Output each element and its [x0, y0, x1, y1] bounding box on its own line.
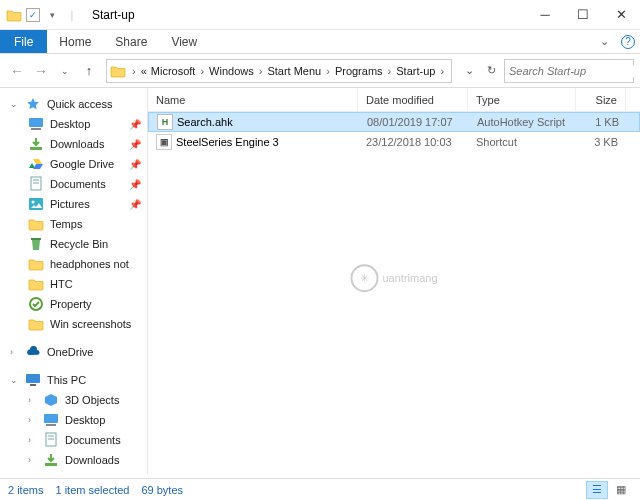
sidebar-quick-access[interactable]: ⌄ Quick access — [0, 94, 147, 114]
sidebar-item[interactable]: Documents📌 — [0, 174, 147, 194]
watermark-icon: ✳ — [350, 264, 378, 292]
file-icon: ▣ — [156, 134, 172, 150]
column-type[interactable]: Type — [468, 88, 576, 111]
sidebar-this-pc[interactable]: ⌄ This PC — [0, 370, 147, 390]
file-row[interactable]: ▣SteelSeries Engine 323/12/2018 10:03Sho… — [148, 132, 640, 152]
chevron-right-icon[interactable]: › — [28, 395, 37, 405]
chevron-down-icon[interactable]: ⌄ — [10, 99, 19, 109]
sidebar-item[interactable]: Win screenshots — [0, 314, 147, 334]
sidebar-item-label: Desktop — [65, 414, 105, 426]
file-row[interactable]: HSearch.ahk08/01/2019 17:07AutoHotkey Sc… — [148, 112, 640, 132]
documents-icon — [28, 176, 44, 192]
recent-locations-button[interactable]: ⌄ — [54, 60, 76, 82]
sidebar-item[interactable]: headphones not — [0, 254, 147, 274]
sidebar-item-label: Desktop — [50, 118, 90, 130]
quick-access-toolbar: ✓ ▾ | — [0, 7, 86, 23]
desktop-icon — [28, 116, 44, 132]
chevron-right-icon[interactable]: › — [28, 455, 37, 465]
chevron-down-icon[interactable]: ⌄ — [10, 375, 19, 385]
ribbon-expand-icon[interactable]: ⌄ — [592, 30, 616, 53]
sidebar-item-label: Downloads — [50, 138, 104, 150]
properties-icon[interactable]: ✓ — [26, 8, 40, 22]
refresh-button[interactable]: ↻ — [480, 60, 502, 82]
sidebar-item[interactable]: ›Documents — [0, 430, 147, 450]
sidebar-item[interactable]: Google Drive📌 — [0, 154, 147, 174]
title-bar: ✓ ▾ | Start-up ─ ☐ ✕ — [0, 0, 640, 30]
minimize-button[interactable]: ─ — [526, 0, 564, 30]
address-actions: ⌄ ↻ — [458, 60, 502, 82]
breadcrumb[interactable]: Microsoft — [149, 65, 198, 77]
breadcrumb[interactable]: Start Menu — [265, 65, 323, 77]
chevron-right-icon[interactable]: › — [28, 415, 37, 425]
sidebar-item-label: Property — [50, 298, 92, 310]
file-icon: H — [157, 114, 173, 130]
sidebar-item[interactable]: Property — [0, 294, 147, 314]
sidebar-item[interactable]: ›Desktop — [0, 410, 147, 430]
sidebar-item-label: Downloads — [65, 454, 119, 466]
file-tab[interactable]: File — [0, 30, 47, 53]
tab-share[interactable]: Share — [103, 30, 159, 53]
sidebar-item[interactable]: Downloads📌 — [0, 134, 147, 154]
sidebar-item-label: headphones not — [50, 258, 129, 270]
up-button[interactable]: ↑ — [78, 60, 100, 82]
column-date[interactable]: Date modified — [358, 88, 468, 111]
tab-view[interactable]: View — [159, 30, 209, 53]
breadcrumb[interactable]: Start-up — [394, 65, 437, 77]
chevron-right-icon[interactable]: › — [10, 347, 19, 357]
sidebar-item[interactable]: ›3D Objects — [0, 390, 147, 410]
qat-chevron-icon[interactable]: ▾ — [44, 7, 60, 23]
pin-icon: 📌 — [129, 199, 141, 210]
sidebar-item[interactable]: Recycle Bin — [0, 234, 147, 254]
address-dropdown-icon[interactable]: ⌄ — [458, 60, 480, 82]
column-name[interactable]: Name — [148, 88, 358, 111]
maximize-button[interactable]: ☐ — [564, 0, 602, 30]
chevron-icon[interactable]: › — [323, 65, 333, 77]
pin-icon: 📌 — [129, 119, 141, 130]
pc-icon — [25, 372, 41, 388]
sidebar-item-label: Temps — [50, 218, 82, 230]
breadcrumb-overflow[interactable]: « — [139, 65, 149, 77]
sidebar-item[interactable]: ›Music — [0, 470, 147, 474]
chevron-icon[interactable]: › — [437, 65, 447, 77]
details-view-button[interactable]: ☰ — [586, 481, 608, 499]
forward-button[interactable]: → — [30, 60, 52, 82]
svg-rect-13 — [46, 424, 56, 426]
3d-icon — [43, 392, 59, 408]
close-button[interactable]: ✕ — [602, 0, 640, 30]
chevron-icon[interactable]: › — [197, 65, 207, 77]
chevron-right-icon[interactable]: › — [28, 435, 37, 445]
sidebar-item[interactable]: Pictures📌 — [0, 194, 147, 214]
chevron-icon[interactable]: › — [256, 65, 266, 77]
column-size[interactable]: Size — [576, 88, 626, 111]
pictures-icon — [28, 196, 44, 212]
back-button[interactable]: ← — [6, 60, 28, 82]
sidebar-item[interactable]: ›Downloads — [0, 450, 147, 470]
search-input[interactable] — [509, 65, 640, 77]
sidebar-item[interactable]: Desktop📌 — [0, 114, 147, 134]
sidebar-item-label: Documents — [50, 178, 106, 190]
svg-rect-2 — [30, 147, 42, 150]
breadcrumb[interactable]: Windows — [207, 65, 256, 77]
svg-rect-6 — [29, 198, 43, 210]
breadcrumb[interactable]: Programs — [333, 65, 385, 77]
sidebar-item[interactable]: HTC — [0, 274, 147, 294]
status-selection-size: 69 bytes — [141, 484, 183, 496]
chevron-icon[interactable]: › — [129, 65, 139, 77]
navigation-pane[interactable]: ⌄ Quick access Desktop📌Downloads📌Google … — [0, 88, 148, 474]
address-folder-icon — [109, 62, 127, 80]
sidebar-item-label: Google Drive — [50, 158, 114, 170]
help-icon[interactable]: ? — [616, 30, 640, 53]
file-list-area[interactable]: Name Date modified Type Size HSearch.ahk… — [148, 88, 640, 474]
pin-icon: 📌 — [129, 179, 141, 190]
desktop-icon — [43, 412, 59, 428]
sidebar-onedrive[interactable]: › OneDrive — [0, 342, 147, 362]
thumbnails-view-button[interactable]: ▦ — [610, 481, 632, 499]
search-box[interactable]: 🔍 — [504, 59, 634, 83]
svg-rect-10 — [26, 374, 40, 383]
file-type: AutoHotkey Script — [469, 116, 577, 128]
tab-home[interactable]: Home — [47, 30, 103, 53]
address-bar[interactable]: › « Microsoft › Windows › Start Menu › P… — [106, 59, 452, 83]
status-selection: 1 item selected — [55, 484, 129, 496]
chevron-icon[interactable]: › — [385, 65, 395, 77]
sidebar-item[interactable]: Temps — [0, 214, 147, 234]
